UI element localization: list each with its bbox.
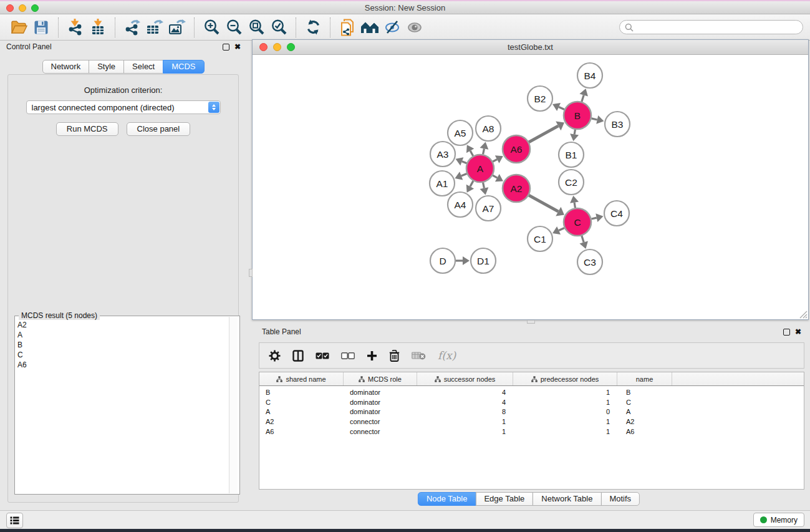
graph-edge[interactable] xyxy=(529,195,558,211)
home-icon[interactable] xyxy=(359,17,381,37)
network-canvas[interactable]: A5A8A3A1A4A7AA6A2B2B4BB3B1C2C4CC1C3DD1 xyxy=(253,55,808,319)
table-cell: dominator xyxy=(344,389,417,396)
show-hide-icon[interactable] xyxy=(403,17,426,37)
table-cell: A6 xyxy=(617,428,672,435)
graph-edge[interactable] xyxy=(582,236,584,243)
column-header-name[interactable]: name xyxy=(617,372,672,385)
zoom-fit-icon[interactable] xyxy=(245,17,268,37)
cytoscape-app: Session: New Session xyxy=(0,0,810,532)
column-header-shared-name[interactable]: shared name xyxy=(259,372,344,385)
mcds-result-list[interactable]: A2ABCA6 xyxy=(15,316,229,494)
result-item[interactable]: B xyxy=(17,340,229,350)
result-item[interactable]: A2 xyxy=(17,320,229,330)
tab-style[interactable]: Style xyxy=(89,60,124,74)
graph-edge[interactable] xyxy=(529,126,558,142)
export-table-icon[interactable] xyxy=(143,17,166,37)
toolbar-separator xyxy=(58,17,59,37)
result-item[interactable]: A xyxy=(17,330,229,340)
export-image-icon[interactable] xyxy=(166,17,188,37)
edge-arrowhead xyxy=(596,115,604,124)
resize-grip-icon[interactable] xyxy=(799,311,808,319)
column-chooser-icon[interactable] xyxy=(292,350,304,362)
run-mcds-button[interactable]: Run MCDS xyxy=(56,122,118,136)
graph-edge[interactable] xyxy=(461,173,467,175)
close-panel-button[interactable]: Close panel xyxy=(127,122,191,136)
table-cell: 0 xyxy=(513,408,617,415)
import-network-icon[interactable] xyxy=(64,17,87,37)
table-row[interactable]: Cdominator41C xyxy=(259,397,804,407)
graph-edge[interactable] xyxy=(559,228,564,230)
task-history-button[interactable] xyxy=(6,513,23,528)
tab-select[interactable]: Select xyxy=(123,60,163,74)
graph-edge[interactable] xyxy=(462,162,467,163)
network-window-titlebar[interactable]: testGlobe.txt xyxy=(253,40,808,55)
close-table-panel-icon[interactable]: ✖ xyxy=(795,328,801,336)
float-table-panel-icon[interactable] xyxy=(783,329,790,336)
app-titlebar: Session: New Session xyxy=(0,1,810,14)
vizmapper-toggle-icon[interactable] xyxy=(381,17,403,37)
table-row[interactable]: A6connector11A6 xyxy=(259,427,804,437)
new-network-from-selection-icon[interactable] xyxy=(336,17,359,37)
column-header-MCDS-role[interactable]: MCDS role xyxy=(344,372,417,385)
criterion-select[interactable]: largest connected component (directed) xyxy=(26,100,221,114)
table-tab-network-table[interactable]: Network Table xyxy=(533,492,601,506)
graph-edge[interactable] xyxy=(470,181,473,186)
graph-edge[interactable] xyxy=(493,159,497,162)
divider-grip[interactable] xyxy=(249,269,253,277)
table-cell: connector xyxy=(344,428,417,435)
graph-edge[interactable] xyxy=(493,175,497,178)
zoom-out-icon[interactable] xyxy=(223,17,245,37)
table-tab-motifs[interactable]: Motifs xyxy=(600,492,640,506)
node-label: C1 xyxy=(534,234,546,244)
node-table[interactable]: shared nameMCDS rolesuccessor nodesprede… xyxy=(259,372,804,490)
settings-gear-icon[interactable] xyxy=(269,350,281,362)
result-scrollbar[interactable] xyxy=(229,317,238,493)
float-panel-icon[interactable] xyxy=(223,44,229,51)
zoom-in-icon[interactable] xyxy=(200,17,223,37)
mcds-result-group: MCDS result (5 nodes) A2ABCA6 xyxy=(14,316,240,495)
result-item[interactable]: C xyxy=(17,350,229,360)
node-label: C3 xyxy=(584,257,596,268)
graph-edge[interactable] xyxy=(559,107,564,110)
graph-edge[interactable] xyxy=(582,95,584,102)
tab-mcds[interactable]: MCDS xyxy=(163,60,204,74)
graph-edge[interactable] xyxy=(483,148,485,154)
export-network-icon[interactable] xyxy=(121,17,143,37)
zoom-selected-icon[interactable] xyxy=(268,17,290,37)
table-cell: 4 xyxy=(417,399,513,406)
search-input[interactable] xyxy=(619,20,803,34)
import-table-icon[interactable] xyxy=(87,17,109,37)
edge-arrowhead xyxy=(480,187,489,195)
graph-edge[interactable] xyxy=(574,203,575,208)
column-header-predecessor-nodes[interactable]: predecessor nodes xyxy=(513,372,617,385)
table-cell: dominator xyxy=(344,408,417,415)
node-label: A1 xyxy=(436,178,448,189)
table-row[interactable]: Bdominator41B xyxy=(259,387,804,397)
result-item[interactable]: A6 xyxy=(17,360,229,370)
tab-network[interactable]: Network xyxy=(42,60,89,74)
memory-button[interactable]: Memory xyxy=(753,513,804,527)
save-session-icon[interactable] xyxy=(30,17,52,37)
graph-edge[interactable] xyxy=(574,130,575,135)
status-bar: Memory xyxy=(0,510,810,529)
criterion-value: largest connected component (directed) xyxy=(32,103,175,112)
unselect-all-icon[interactable] xyxy=(341,352,355,359)
graph-edge[interactable] xyxy=(591,118,597,120)
graph-edge[interactable] xyxy=(591,218,596,219)
edge-arrowhead xyxy=(595,213,603,222)
graph-edge[interactable] xyxy=(470,151,473,156)
close-panel-icon[interactable]: ✖ xyxy=(234,43,241,51)
graph-edge[interactable] xyxy=(483,183,485,188)
refresh-icon[interactable] xyxy=(302,17,324,37)
column-header-successor-nodes[interactable]: successor nodes xyxy=(417,372,513,385)
open-session-icon[interactable] xyxy=(7,17,30,37)
network-graph[interactable]: A5A8A3A1A4A7AA6A2B2B4BB3B1C2C4CC1C3DD1 xyxy=(253,55,808,319)
table-row[interactable]: Adominator80A xyxy=(259,407,804,417)
table-tab-node-table[interactable]: Node Table xyxy=(418,492,476,506)
node-label: C2 xyxy=(565,177,577,188)
add-column-icon[interactable] xyxy=(367,351,377,361)
table-row[interactable]: A2connector11A2 xyxy=(259,417,804,427)
table-tab-edge-table[interactable]: Edge Table xyxy=(475,492,533,506)
select-all-icon[interactable] xyxy=(316,352,329,359)
delete-column-icon[interactable] xyxy=(389,350,400,362)
